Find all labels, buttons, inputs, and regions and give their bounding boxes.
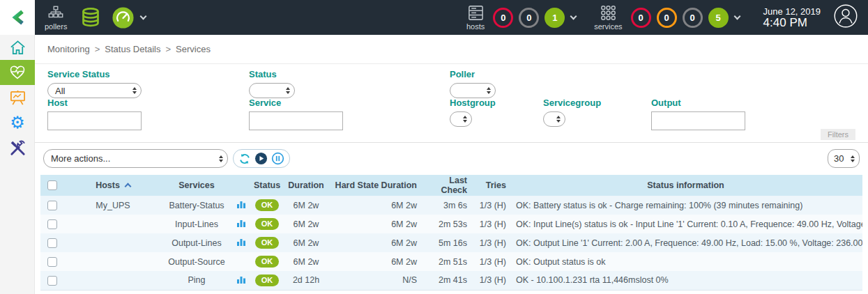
table-row: Output-Lines OK 6M 2w 6M 2w 5m 16s 1/3 (…: [40, 233, 862, 252]
services-menu[interactable]: services: [594, 4, 622, 31]
select-stepper-icon: [556, 116, 561, 123]
user-menu[interactable]: [833, 3, 858, 31]
refresh-controls: [233, 149, 290, 168]
pause-button[interactable]: [271, 152, 284, 165]
service-search-input[interactable]: [249, 111, 343, 130]
hosts-unreachable-counter[interactable]: 0: [519, 8, 539, 28]
sidebar-item-home[interactable]: [0, 35, 35, 60]
duration-cell: 6M 2w: [283, 252, 329, 271]
select-stepper-icon: [286, 87, 290, 94]
tries-cell: 1/3 (H): [470, 215, 509, 233]
graph-icon[interactable]: [236, 201, 246, 211]
filters-tab[interactable]: Filters: [821, 129, 855, 140]
sidebar-item-reporting[interactable]: [0, 85, 35, 110]
services-critical-counter[interactable]: 0: [631, 8, 651, 28]
select-stepper-icon: [219, 155, 223, 162]
last-check-cell: 2m 41s: [420, 271, 470, 290]
select-all-checkbox[interactable]: [47, 180, 57, 190]
service-cell[interactable]: Ping: [162, 271, 231, 290]
gear-icon: ⚙: [10, 114, 25, 131]
graph-icon[interactable]: [236, 239, 246, 249]
hosts-up-counter[interactable]: 1: [545, 8, 565, 28]
breadcrumb: Monitoring > Status Details > Services: [35, 35, 868, 64]
service-cell[interactable]: Battery-Status: [162, 196, 231, 215]
row-checkbox[interactable]: [47, 201, 57, 210]
pollers-menu[interactable]: pollers: [45, 5, 67, 31]
sort-ascending-icon[interactable]: [124, 183, 131, 190]
gauge-icon: [112, 6, 135, 29]
row-checkbox[interactable]: [47, 238, 57, 248]
centreon-app-window: pollers: [0, 0, 868, 294]
service-cell[interactable]: Output-Source: [162, 252, 231, 271]
chart-board-icon: [9, 89, 26, 107]
more-actions-label: More actions...: [51, 153, 110, 164]
sidebar-item-administration[interactable]: [0, 135, 35, 160]
page-size-select[interactable]: 30: [828, 149, 860, 168]
breadcrumb-item-status-details[interactable]: Status Details: [105, 44, 160, 54]
hostgroup-select[interactable]: [450, 111, 472, 127]
status-filter-label: Status: [249, 69, 295, 79]
duration-column-header[interactable]: Duration: [283, 175, 329, 196]
row-checkbox[interactable]: [47, 276, 57, 286]
sidebar-item-configuration[interactable]: ⚙: [0, 110, 35, 135]
services-column-header[interactable]: Services: [162, 175, 231, 196]
status-information-cell: OK: Battery status is ok - Charge remain…: [509, 196, 862, 215]
sidebar-item-monitoring[interactable]: [0, 60, 35, 85]
host-search-input[interactable]: [47, 111, 142, 130]
output-filter-label: Output: [651, 98, 745, 108]
host-cell[interactable]: [64, 271, 162, 290]
last-check-column-header[interactable]: Last Check: [420, 175, 470, 196]
status-information-cell: OK: Output Line '1' Current: 2.00 A, Fre…: [509, 233, 862, 252]
tries-column-header[interactable]: Tries: [470, 175, 509, 196]
select-stepper-icon: [487, 87, 491, 94]
top-bar: pollers: [0, 0, 868, 35]
output-search-input[interactable]: [651, 111, 745, 130]
host-cell[interactable]: My_UPS: [64, 196, 162, 215]
services-ok-counter[interactable]: 5: [708, 8, 729, 28]
actions-toolbar: More actions...: [35, 143, 868, 175]
hosts-label: hosts: [466, 22, 485, 31]
databases-status[interactable]: [79, 6, 102, 29]
breadcrumb-item-monitoring[interactable]: Monitoring: [47, 44, 90, 54]
services-icon: [600, 4, 617, 22]
centreon-logo-icon: [8, 8, 27, 27]
refresh-button[interactable]: [238, 153, 251, 165]
breadcrumb-item-services[interactable]: Services: [176, 44, 211, 54]
last-check-cell: 3m 6s: [420, 196, 470, 215]
service-cell[interactable]: Output-Lines: [162, 233, 231, 252]
graph-icon[interactable]: [236, 220, 246, 230]
services-warning-counter[interactable]: 0: [657, 8, 677, 28]
status-column-header[interactable]: Status: [251, 175, 283, 196]
tools-icon: [9, 139, 26, 157]
servicegroup-select[interactable]: [543, 111, 565, 127]
select-stepper-icon: [132, 87, 137, 94]
hard-state-cell: 6M 2w: [329, 233, 420, 252]
host-cell[interactable]: [64, 233, 162, 252]
hard-state-cell: 6M 2w: [329, 196, 420, 215]
hosts-menu[interactable]: hosts: [466, 4, 485, 31]
duration-cell: 6M 2w: [283, 196, 329, 215]
chevron-down-icon[interactable]: [570, 13, 577, 20]
more-actions-select[interactable]: More actions...: [43, 149, 228, 168]
centreon-logo[interactable]: [0, 0, 35, 35]
service-status-select[interactable]: All: [47, 83, 142, 98]
host-cell[interactable]: [64, 252, 162, 271]
host-cell[interactable]: [64, 215, 162, 233]
status-information-cell: OK: Output status is ok: [509, 252, 862, 271]
graph-icon[interactable]: [236, 277, 246, 286]
play-button[interactable]: [254, 152, 268, 165]
hosts-column-header[interactable]: Hosts: [64, 175, 162, 196]
select-stepper-icon: [851, 155, 855, 162]
host-filter-label: Host: [47, 98, 142, 108]
chevron-down-icon[interactable]: [733, 13, 740, 20]
row-checkbox[interactable]: [47, 257, 57, 267]
hard-state-duration-column-header[interactable]: Hard State Duration: [329, 175, 420, 196]
row-checkbox[interactable]: [47, 219, 57, 229]
hosts-down-counter[interactable]: 0: [493, 8, 513, 28]
poller-select[interactable]: [450, 83, 496, 98]
service-cell[interactable]: Input-Lines: [162, 215, 231, 233]
status-select[interactable]: [249, 83, 295, 98]
chevron-down-icon[interactable]: [140, 13, 147, 20]
services-unknown-counter[interactable]: 0: [683, 8, 703, 28]
latency-gauge[interactable]: [112, 6, 135, 29]
